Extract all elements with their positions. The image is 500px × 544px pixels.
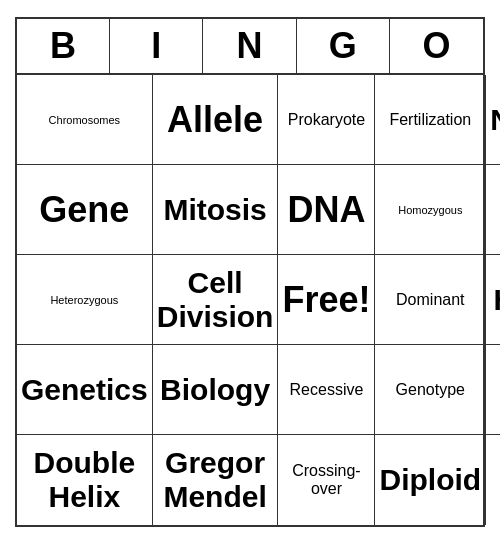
bingo-cell-15: Genetics xyxy=(17,345,153,435)
bingo-cell-11: Cell Division xyxy=(153,255,279,345)
bingo-cell-text-11: Cell Division xyxy=(157,266,274,334)
header-letter-b: B xyxy=(17,19,110,73)
bingo-cell-10: Heterozygous xyxy=(17,255,153,345)
bingo-cell-text-16: Biology xyxy=(160,373,270,407)
bingo-cell-text-15: Genetics xyxy=(21,373,148,407)
bingo-cell-24: Heritable xyxy=(486,435,500,525)
bingo-cell-17: Recessive xyxy=(278,345,375,435)
bingo-cell-12: Free! xyxy=(278,255,375,345)
bingo-card: BINGO ChromosomesAlleleProkaryoteFertili… xyxy=(15,17,485,527)
bingo-cell-22: Crossing-over xyxy=(278,435,375,525)
bingo-cell-text-5: Gene xyxy=(39,189,129,231)
bingo-cell-21: Gregor Mendel xyxy=(153,435,279,525)
bingo-cell-text-6: Mitosis xyxy=(163,193,266,227)
bingo-cell-5: Gene xyxy=(17,165,153,255)
header-letter-i: I xyxy=(110,19,203,73)
bingo-cell-text-17: Recessive xyxy=(290,381,364,399)
bingo-cell-text-21: Gregor Mendel xyxy=(157,446,274,514)
bingo-cell-text-12: Free! xyxy=(282,279,370,321)
bingo-cell-text-22: Crossing-over xyxy=(282,462,370,498)
bingo-cell-text-8: Homozygous xyxy=(398,204,462,216)
bingo-cell-text-0: Chromosomes xyxy=(49,114,121,126)
bingo-cell-text-7: DNA xyxy=(287,189,365,231)
bingo-cell-9: Eukaryote xyxy=(486,165,500,255)
bingo-cell-2: Prokaryote xyxy=(278,75,375,165)
bingo-cell-16: Biology xyxy=(153,345,279,435)
bingo-cell-7: DNA xyxy=(278,165,375,255)
bingo-cell-text-10: Heterozygous xyxy=(50,294,118,306)
bingo-cell-14: Haploid xyxy=(486,255,500,345)
header-letter-n: N xyxy=(203,19,296,73)
bingo-cell-text-18: Genotype xyxy=(396,381,465,399)
header-letter-o: O xyxy=(390,19,483,73)
bingo-cell-20: Double Helix xyxy=(17,435,153,525)
bingo-cell-text-1: Allele xyxy=(167,99,263,141)
bingo-cell-19: Phenotype xyxy=(486,345,500,435)
bingo-cell-text-14: Haploid xyxy=(493,283,500,317)
bingo-grid: ChromosomesAlleleProkaryoteFertilization… xyxy=(17,75,483,525)
bingo-cell-0: Chromosomes xyxy=(17,75,153,165)
bingo-cell-8: Homozygous xyxy=(375,165,486,255)
bingo-cell-18: Genotype xyxy=(375,345,486,435)
bingo-cell-23: Diploid xyxy=(375,435,486,525)
bingo-cell-text-13: Dominant xyxy=(396,291,464,309)
bingo-cell-text-3: Fertilization xyxy=(389,111,471,129)
bingo-cell-3: Fertilization xyxy=(375,75,486,165)
bingo-cell-13: Dominant xyxy=(375,255,486,345)
bingo-cell-text-4: Nucleus xyxy=(490,103,500,137)
bingo-cell-text-2: Prokaryote xyxy=(288,111,365,129)
bingo-cell-text-20: Double Helix xyxy=(21,446,148,514)
bingo-cell-6: Mitosis xyxy=(153,165,279,255)
bingo-cell-text-23: Diploid xyxy=(379,463,481,497)
bingo-header: BINGO xyxy=(17,19,483,75)
header-letter-g: G xyxy=(297,19,390,73)
bingo-cell-4: Nucleus xyxy=(486,75,500,165)
bingo-cell-1: Allele xyxy=(153,75,279,165)
